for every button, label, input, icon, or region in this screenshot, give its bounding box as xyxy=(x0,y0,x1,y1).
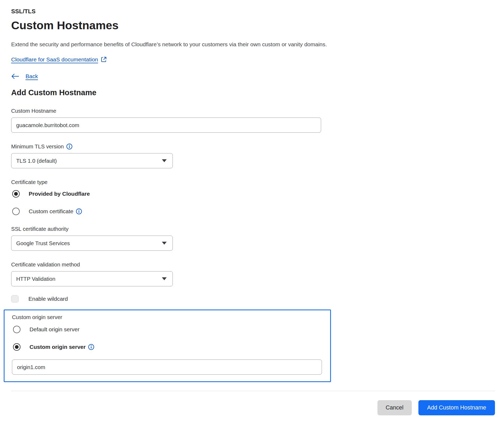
chevron-down-icon xyxy=(162,242,167,245)
divider xyxy=(11,391,495,391)
back-link[interactable]: Back xyxy=(26,73,38,80)
radio-label: Default origin server xyxy=(30,326,79,333)
add-custom-hostname-page: SSL/TLS Custom Hostnames Extend the secu… xyxy=(0,0,495,415)
breadcrumb-section-label: SSL/TLS xyxy=(11,8,495,15)
ssl-ca-selected-value: Google Trust Services xyxy=(16,240,70,246)
ssl-ca-select[interactable]: Google Trust Services xyxy=(11,236,173,251)
radio-label-row: Custom origin server xyxy=(30,344,94,350)
external-link-icon xyxy=(100,56,107,63)
origin-option-default[interactable]: Default origin server xyxy=(12,326,330,333)
ssl-ca-label: SSL certificate authority xyxy=(11,226,495,232)
validation-method-label: Certificate validation method xyxy=(11,261,495,268)
form-heading: Add Custom Hostname xyxy=(11,88,495,97)
saas-documentation-link[interactable]: Cloudflare for SaaS documentation xyxy=(11,56,98,63)
radio-selected-icon[interactable] xyxy=(12,190,20,198)
validation-method-selected-value: HTTP Validation xyxy=(16,276,55,282)
radio-unselected-icon[interactable] xyxy=(12,208,20,215)
info-icon[interactable] xyxy=(76,208,82,215)
page-description: Extend the security and performance bene… xyxy=(11,41,495,48)
custom-hostname-input[interactable] xyxy=(11,118,321,133)
validation-method-select[interactable]: HTTP Validation xyxy=(11,271,173,286)
radio-label: Provided by Cloudflare xyxy=(29,191,90,197)
radio-unselected-icon[interactable] xyxy=(13,326,20,333)
cancel-button[interactable]: Cancel xyxy=(377,400,412,415)
radio-selected-icon[interactable] xyxy=(13,343,20,351)
enable-wildcard-row[interactable]: Enable wildcard xyxy=(11,295,495,303)
radio-label: Custom origin server xyxy=(30,344,86,350)
min-tls-selected-value: TLS 1.0 (default) xyxy=(16,158,57,164)
certificate-type-option-custom[interactable]: Custom certificate xyxy=(11,208,495,215)
origin-option-custom[interactable]: Custom origin server xyxy=(12,343,330,351)
info-icon[interactable] xyxy=(66,143,73,150)
back-arrow-icon[interactable] xyxy=(11,73,19,80)
radio-label-row: Custom certificate xyxy=(29,208,82,215)
certificate-type-option-provided[interactable]: Provided by Cloudflare xyxy=(11,190,495,198)
chevron-down-icon xyxy=(162,277,167,280)
custom-origin-server-input[interactable] xyxy=(12,359,322,375)
min-tls-select[interactable]: TLS 1.0 (default) xyxy=(11,153,173,168)
back-row: Back xyxy=(11,73,495,80)
custom-origin-server-section: Custom origin server Default origin serv… xyxy=(4,309,331,382)
chevron-down-icon xyxy=(162,159,167,162)
wildcard-checkbox[interactable] xyxy=(11,295,19,303)
custom-hostname-label: Custom Hostname xyxy=(11,108,495,114)
certificate-type-label: Certificate type xyxy=(11,179,495,185)
min-tls-label-row: Minimum TLS version xyxy=(11,143,495,150)
add-custom-hostname-button[interactable]: Add Custom Hostname xyxy=(418,400,495,415)
form-actions: Cancel Add Custom Hostname xyxy=(11,400,495,415)
page-title: Custom Hostnames xyxy=(11,19,495,32)
min-tls-label: Minimum TLS version xyxy=(11,143,64,150)
radio-label: Custom certificate xyxy=(29,208,73,215)
info-icon[interactable] xyxy=(88,344,94,350)
origin-server-label: Custom origin server xyxy=(12,314,330,320)
doc-link-row: Cloudflare for SaaS documentation xyxy=(11,56,495,63)
wildcard-label: Enable wildcard xyxy=(28,296,68,302)
